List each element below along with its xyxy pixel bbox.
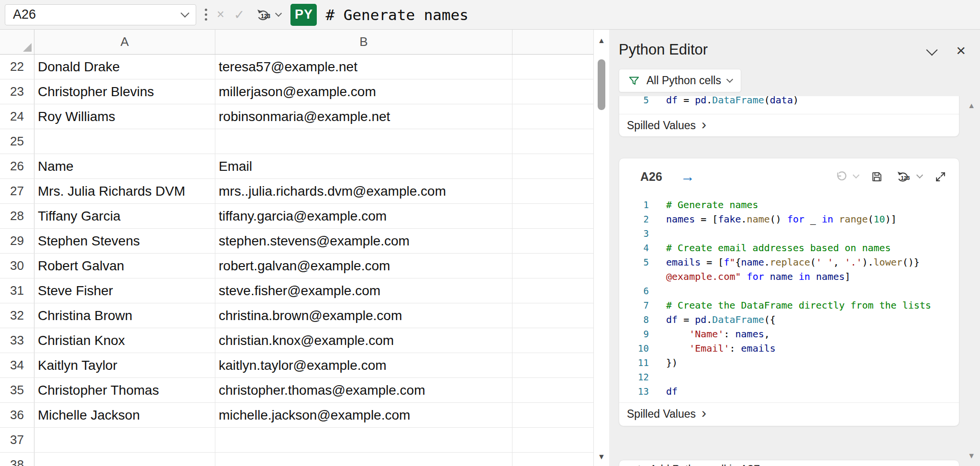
cell-C34[interactable] — [512, 353, 593, 377]
cell-A30[interactable]: Robert Galvan — [34, 254, 215, 278]
spilled-values-row[interactable]: Spilled Values › — [619, 402, 959, 425]
save-icon[interactable] — [871, 171, 883, 183]
cell-B23[interactable]: millerjason@example.com — [215, 79, 512, 104]
cell-A36[interactable]: Michelle Jackson — [34, 403, 215, 427]
sheet-scrollbar-thumb[interactable] — [598, 59, 605, 110]
pane-scroll-up-icon[interactable]: ▲ — [968, 101, 975, 110]
row-header-29[interactable]: 29 — [0, 229, 34, 253]
row-header-32[interactable]: 32 — [0, 303, 34, 328]
cell-B38[interactable] — [215, 453, 512, 466]
row-header-35[interactable]: 35 — [0, 378, 34, 402]
name-box-chevron-icon[interactable] — [180, 9, 189, 17]
cell-B24[interactable]: robinsonmaria@example.net — [215, 104, 512, 129]
code-line[interactable]: 13df — [619, 384, 959, 399]
python-cells-filter[interactable]: All Python cells — [619, 69, 741, 92]
code-line[interactable]: 6 — [619, 284, 959, 298]
code-line[interactable]: 12 — [619, 370, 959, 384]
cell-C26[interactable] — [512, 154, 593, 178]
cell-C30[interactable] — [512, 254, 593, 278]
cell-A37[interactable] — [34, 428, 215, 452]
formula-bar-drag-handle-icon[interactable] — [205, 9, 207, 21]
convert-dropdown-chevron-icon[interactable] — [916, 172, 923, 178]
cell-B31[interactable]: steve.fisher@example.com — [215, 278, 512, 303]
cell-B27[interactable]: mrs..julia.richards.dvm@example.com — [215, 179, 512, 203]
code-line[interactable]: 2names = [fake.name() for _ in range(10)… — [619, 212, 959, 226]
code-line[interactable]: 7# Create the DataFrame directly from th… — [619, 298, 959, 312]
goto-cell-icon[interactable]: → — [680, 169, 695, 184]
row-header-26[interactable]: 26 — [0, 154, 34, 178]
cell-A27[interactable]: Mrs. Julia Richards DVM — [34, 179, 215, 203]
cell-B33[interactable]: christian.knox@example.com — [215, 328, 512, 353]
cell-C31[interactable] — [512, 278, 593, 303]
cell-C22[interactable] — [512, 55, 593, 79]
cell-A25[interactable] — [34, 129, 215, 154]
convert-to-values-icon[interactable]: 123 — [895, 169, 912, 184]
row-header-25[interactable]: 25 — [0, 129, 34, 154]
name-box[interactable]: A26 — [5, 4, 196, 25]
python-output-convert-icon[interactable]: 123 — [255, 7, 272, 22]
cell-A31[interactable]: Steve Fisher — [34, 278, 215, 303]
cell-C32[interactable] — [512, 303, 593, 328]
column-header-A[interactable]: A — [34, 30, 215, 54]
row-header-30[interactable]: 30 — [0, 254, 34, 278]
row-header-24[interactable]: 24 — [0, 104, 34, 129]
cell-A33[interactable]: Christian Knox — [34, 328, 215, 353]
cell-A35[interactable]: Christopher Thomas — [34, 378, 215, 402]
row-header-31[interactable]: 31 — [0, 278, 34, 303]
cell-C37[interactable] — [512, 428, 593, 452]
cell-C23[interactable] — [512, 79, 593, 104]
cell-B36[interactable]: michelle.jackson@example.com — [215, 403, 512, 427]
cell-B32[interactable]: christina.brown@example.com — [215, 303, 512, 328]
cell-C36[interactable] — [512, 403, 593, 427]
cell-A26[interactable]: Name — [34, 154, 215, 178]
code-line[interactable]: 4# Create email addresses based on names — [619, 241, 959, 255]
add-python-cell-button[interactable]: + Add Python cell in A37 — [619, 460, 959, 466]
cell-B26[interactable]: Email — [215, 154, 512, 178]
undo-icon[interactable] — [835, 171, 848, 183]
cell-A23[interactable]: Christopher Blevins — [34, 79, 215, 104]
cell-C24[interactable] — [512, 104, 593, 129]
cell-B28[interactable]: tiffany.garcia@example.com — [215, 204, 512, 228]
code-line[interactable]: 8df = pd.DataFrame({ — [619, 312, 959, 327]
formula-input[interactable]: # Generate names — [325, 6, 468, 23]
expand-editor-icon[interactable] — [935, 171, 947, 183]
code-line[interactable]: 5df = pd.DataFrame(data) — [619, 96, 959, 107]
cell-A32[interactable]: Christina Brown — [34, 303, 215, 328]
cell-C33[interactable] — [512, 328, 593, 353]
code-line[interactable]: 3 — [619, 226, 959, 241]
convert-dropdown-chevron-icon[interactable] — [275, 10, 282, 16]
cell-B25[interactable] — [215, 129, 512, 154]
row-header-23[interactable]: 23 — [0, 79, 34, 104]
undo-dropdown-chevron-icon[interactable] — [853, 172, 859, 178]
row-header-37[interactable]: 37 — [0, 428, 34, 452]
row-header-28[interactable]: 28 — [0, 204, 34, 228]
cell-B30[interactable]: robert.galvan@example.com — [215, 254, 512, 278]
pane-scroll-down-icon[interactable]: ▼ — [968, 452, 975, 460]
code-line[interactable]: 1# Generate names — [619, 198, 959, 212]
previous-python-cell-card[interactable]: 5df = pd.DataFrame(data) Spilled Values … — [619, 96, 959, 137]
code-line[interactable]: 5emails = [f"{name.replace(' ', '.').low… — [619, 255, 959, 269]
row-header-22[interactable]: 22 — [0, 55, 34, 79]
cell-C27[interactable] — [512, 179, 593, 203]
column-header-C[interactable] — [512, 30, 593, 54]
filter-chevron-icon[interactable] — [726, 76, 733, 82]
cell-B29[interactable]: stephen.stevens@example.com — [215, 229, 512, 253]
cell-A22[interactable]: Donald Drake — [34, 55, 215, 79]
row-header-34[interactable]: 34 — [0, 353, 34, 377]
cell-A24[interactable]: Roy Williams — [34, 104, 215, 129]
sheet-vertical-scrollbar[interactable]: ▲ ▼ — [593, 30, 609, 466]
column-header-B[interactable]: B — [215, 30, 512, 54]
code-line[interactable]: 10 'Email': emails — [619, 341, 959, 355]
code-editor[interactable]: 1# Generate names2names = [fake.name() f… — [619, 198, 959, 399]
code-line[interactable]: @example.com" for name in names] — [619, 269, 959, 284]
cell-A29[interactable]: Stephen Stevens — [34, 229, 215, 253]
close-pane-icon[interactable]: × — [956, 42, 966, 58]
code-line[interactable]: 11}) — [619, 355, 959, 370]
cell-B34[interactable]: kaitlyn.taylor@example.com — [215, 353, 512, 377]
cell-B37[interactable] — [215, 428, 512, 452]
spilled-values-row[interactable]: Spilled Values › — [619, 114, 959, 136]
cell-C25[interactable] — [512, 129, 593, 154]
sheet-scroll-up-icon[interactable]: ▲ — [594, 36, 609, 45]
cell-C38[interactable] — [512, 453, 593, 466]
cell-A38[interactable] — [34, 453, 215, 466]
